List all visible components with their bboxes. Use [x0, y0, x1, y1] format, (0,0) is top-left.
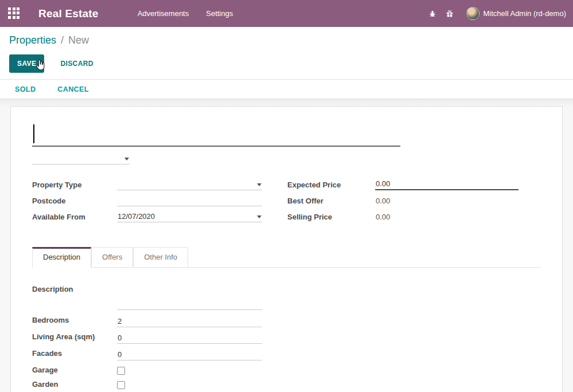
- garden-checkbox[interactable]: [117, 381, 125, 389]
- description-textarea[interactable]: [117, 285, 262, 310]
- best-offer-value: 0.00: [375, 197, 519, 206]
- field-row-bedrooms: Bedrooms 2: [32, 316, 541, 327]
- available-from-value: 12/07/2020: [118, 212, 155, 221]
- tab-description[interactable]: Description: [32, 247, 91, 267]
- available-from-date-input[interactable]: 12/07/2020: [117, 212, 262, 222]
- field-row-property-type: Property Type: [32, 179, 262, 190]
- field-row-facades: Facades 0: [32, 349, 541, 360]
- facades-value: 0: [118, 350, 122, 359]
- field-row-expected-price: Expected Price 0.00: [287, 179, 519, 190]
- control-panel: Properties / New SAVE DISCARD: [0, 27, 573, 79]
- selling-price-label: Selling Price: [287, 213, 375, 222]
- navbar-right: Mitchell Admin (rd-demo): [424, 5, 567, 22]
- cancel-button[interactable]: CANCEL: [57, 85, 88, 93]
- description-label: Description: [32, 285, 117, 295]
- postcode-input[interactable]: [117, 205, 262, 206]
- living-area-label: Living Area (sqm): [32, 332, 117, 342]
- field-row-best-offer: Best Offer 0.00: [287, 195, 519, 206]
- gift-icon[interactable]: [441, 5, 458, 22]
- form-content-area: Property Type Postcode Available Fr: [0, 99, 573, 392]
- living-area-input[interactable]: 0: [117, 334, 262, 344]
- tags-input[interactable]: [32, 152, 130, 164]
- breadcrumb-separator: /: [61, 34, 64, 46]
- save-button[interactable]: SAVE: [9, 54, 44, 73]
- sold-button[interactable]: SOLD: [15, 85, 36, 93]
- discard-button[interactable]: DISCARD: [60, 60, 93, 68]
- breadcrumb-current: New: [68, 34, 89, 46]
- garden-label: Garden: [32, 380, 117, 390]
- field-row-description: Description: [32, 285, 541, 310]
- chevron-down-icon: [124, 158, 129, 160]
- user-avatar[interactable]: [466, 7, 480, 20]
- tab-bar: Description Offers Other Info: [32, 247, 541, 268]
- real-estate-form-page: Real Estate Advertisements Settings: [0, 0, 573, 392]
- text-caret: [33, 124, 34, 143]
- garage-checkbox[interactable]: [117, 367, 125, 375]
- facades-label: Facades: [32, 349, 117, 359]
- property-name-input[interactable]: [32, 120, 400, 147]
- field-row-living-area: Living Area (sqm) 0: [32, 332, 541, 344]
- field-row-garden: Garden: [32, 380, 541, 390]
- field-grid: Property Type Postcode Available Fr: [32, 179, 541, 228]
- apps-grid-icon[interactable]: [8, 7, 21, 20]
- available-from-label: Available From: [32, 213, 117, 222]
- field-row-available-from: Available From 12/07/2020: [32, 211, 262, 222]
- bedrooms-value: 2: [118, 317, 122, 326]
- bedrooms-label: Bedrooms: [32, 316, 117, 326]
- facades-input[interactable]: 0: [117, 350, 262, 360]
- debug-bug-icon[interactable]: [424, 5, 441, 22]
- menu-advertisements[interactable]: Advertisements: [131, 6, 196, 21]
- field-row-selling-price: Selling Price 0.00: [287, 211, 519, 222]
- form-sheet: Property Type Postcode Available Fr: [10, 106, 563, 392]
- breadcrumb-properties-link[interactable]: Properties: [9, 34, 56, 46]
- description-tab-pane: Description Bedrooms 2 Living Area (sqm): [32, 268, 541, 392]
- notebook: Description Offers Other Info Descriptio…: [32, 247, 541, 392]
- expected-price-label: Expected Price: [287, 181, 375, 190]
- left-field-column: Property Type Postcode Available Fr: [32, 179, 262, 228]
- right-field-column: Expected Price 0.00 Best Offer 0.00 Sell…: [287, 179, 519, 228]
- property-type-label: Property Type: [32, 181, 117, 190]
- expected-price-value: 0.00: [376, 179, 390, 188]
- living-area-value: 0: [118, 334, 122, 342]
- record-action-buttons: SAVE DISCARD: [9, 54, 564, 73]
- navbar-menus: Advertisements Settings: [131, 6, 240, 21]
- bedrooms-input[interactable]: 2: [117, 317, 262, 327]
- chevron-down-icon: [257, 183, 262, 186]
- garage-label: Garage: [32, 366, 117, 375]
- expected-price-input[interactable]: 0.00: [375, 179, 519, 190]
- form-statusbar: SOLD CANCEL: [0, 79, 573, 99]
- selling-price-value: 0.00: [375, 213, 519, 222]
- top-navbar: Real Estate Advertisements Settings: [0, 0, 573, 27]
- postcode-label: Postcode: [32, 197, 117, 206]
- user-menu[interactable]: Mitchell Admin (rd-demo): [484, 9, 567, 18]
- field-row-garage: Garage: [32, 366, 541, 375]
- property-type-select[interactable]: [117, 189, 262, 190]
- tab-other-info[interactable]: Other Info: [133, 247, 188, 267]
- tab-offers[interactable]: Offers: [91, 247, 133, 267]
- breadcrumb: Properties / New: [9, 34, 564, 46]
- app-title[interactable]: Real Estate: [38, 7, 99, 20]
- best-offer-label: Best Offer: [287, 197, 375, 206]
- field-row-postcode: Postcode: [32, 195, 262, 206]
- menu-settings[interactable]: Settings: [200, 6, 239, 21]
- chevron-down-icon: [257, 215, 262, 218]
